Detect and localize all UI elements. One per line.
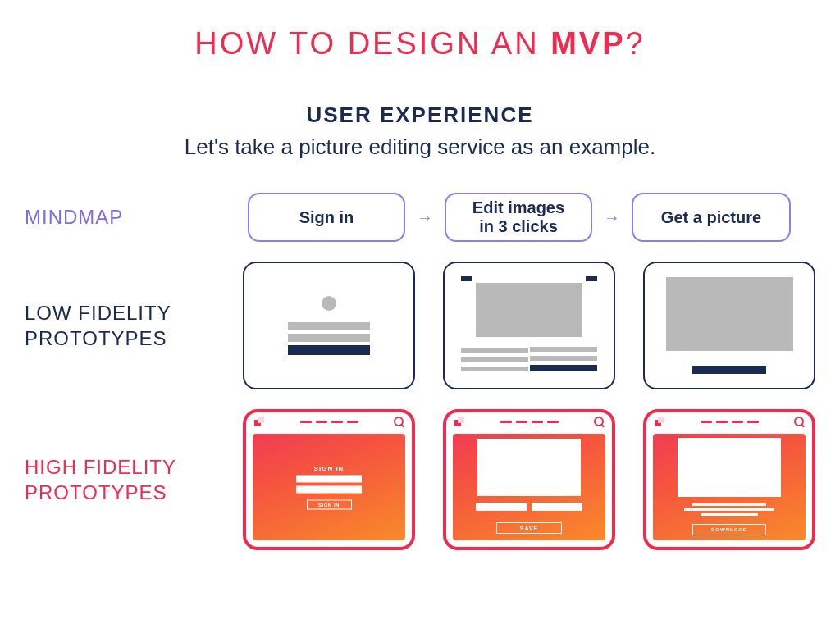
arrow-icon: → bbox=[413, 208, 436, 227]
download-button: DOWNLOAD bbox=[692, 524, 766, 535]
logo-icon bbox=[454, 417, 464, 426]
bar-placeholder bbox=[532, 503, 582, 511]
placeholder-line bbox=[288, 334, 370, 342]
subtitle-description: Let's take a picture editing service as … bbox=[0, 134, 840, 160]
lowfi-card-signin bbox=[243, 262, 415, 389]
nav-placeholder bbox=[500, 421, 559, 423]
logo-icon bbox=[655, 417, 664, 426]
page-title: HOW TO DESIGN AN MVP? bbox=[0, 0, 840, 61]
subtitle-heading: USER EXPERIENCE bbox=[0, 102, 840, 128]
row-lowfi: LOW FIDELITY PROTOTYPES bbox=[25, 262, 815, 389]
hifi-header bbox=[646, 412, 812, 430]
lowfi-card-result bbox=[643, 262, 815, 389]
placeholder-tab bbox=[586, 276, 597, 281]
placeholder-tab bbox=[461, 276, 472, 281]
mindmap-step-1: Sign in bbox=[248, 193, 405, 242]
search-icon bbox=[794, 417, 804, 426]
placeholder-image bbox=[666, 277, 793, 351]
row-label-lowfi: LOW FIDELITY PROTOTYPES bbox=[25, 300, 243, 351]
placeholder-column bbox=[461, 344, 528, 371]
hifi-cards: SIGN IN SIGN IN bbox=[243, 409, 815, 550]
title-bold: MVP bbox=[550, 26, 625, 61]
input-placeholder bbox=[296, 476, 362, 483]
hifi-body: SAVE bbox=[453, 434, 605, 540]
save-button: SAVE bbox=[496, 522, 562, 534]
row-label-hifi: HIGH FIDELITY PROTOTYPES bbox=[25, 454, 243, 505]
mindmap-step-2: Edit images in 3 clicks bbox=[445, 193, 592, 242]
placeholder-column bbox=[530, 343, 597, 371]
lowfi-card-edit bbox=[443, 262, 615, 389]
nav-placeholder bbox=[300, 421, 358, 423]
row-label-mindmap: MINDMAP bbox=[25, 204, 248, 230]
image-placeholder bbox=[678, 438, 781, 497]
input-placeholder bbox=[296, 486, 362, 494]
arrow-icon: → bbox=[600, 208, 623, 227]
signin-button: SIGN IN bbox=[307, 500, 352, 510]
nav-placeholder bbox=[701, 421, 759, 423]
hifi-card-signin: SIGN IN SIGN IN bbox=[243, 409, 415, 550]
mindmap-step-3: Get a picture bbox=[632, 193, 791, 242]
title-pre: HOW TO DESIGN AN bbox=[194, 26, 550, 61]
bar-placeholder bbox=[476, 503, 527, 511]
row-mindmap: MINDMAP Sign in → Edit images in 3 click… bbox=[25, 193, 815, 242]
search-icon bbox=[594, 417, 604, 426]
logo-icon bbox=[254, 417, 264, 426]
placeholder-image bbox=[476, 283, 582, 337]
hifi-card-result: DOWNLOAD bbox=[643, 409, 815, 550]
placeholder-button bbox=[288, 345, 370, 355]
hifi-header bbox=[446, 412, 612, 430]
hifi-body: SIGN IN SIGN IN bbox=[253, 434, 405, 540]
hifi-header bbox=[246, 412, 412, 430]
row-hifi: HIGH FIDELITY PROTOTYPES SIGN IN SIGN IN bbox=[25, 409, 815, 550]
signin-heading: SIGN IN bbox=[314, 465, 345, 472]
diagram-grid: MINDMAP Sign in → Edit images in 3 click… bbox=[0, 193, 840, 550]
text-lines-placeholder bbox=[688, 503, 770, 516]
hifi-card-edit: SAVE bbox=[443, 409, 615, 550]
subtitle-block: USER EXPERIENCE Let's take a picture edi… bbox=[0, 102, 840, 160]
image-placeholder bbox=[477, 439, 581, 496]
mindmap-steps: Sign in → Edit images in 3 clicks → Get … bbox=[248, 193, 791, 242]
lowfi-cards bbox=[243, 262, 815, 389]
placeholder-button bbox=[692, 366, 766, 374]
hifi-body: DOWNLOAD bbox=[653, 434, 806, 540]
title-post: ? bbox=[626, 26, 646, 61]
placeholder-line bbox=[288, 322, 370, 330]
search-icon bbox=[394, 417, 404, 426]
avatar-icon bbox=[322, 296, 336, 311]
